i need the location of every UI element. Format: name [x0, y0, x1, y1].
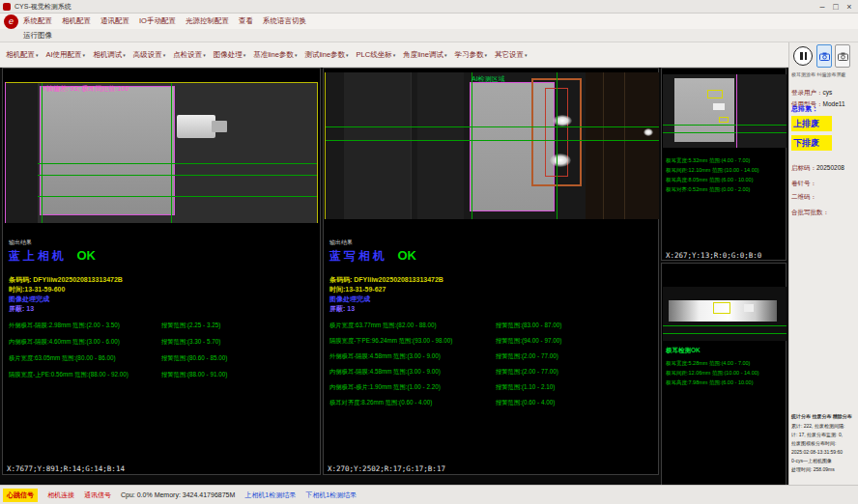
- measurement-line: 极耳宽度:5.32mm 范围:(4.00 - 7.00): [666, 157, 750, 164]
- crop-line: [325, 72, 326, 219]
- dropdown-arrow-icon: ▾: [346, 52, 349, 58]
- crop-line: [317, 82, 318, 223]
- result-title-row: 蓝写相机 OK: [329, 246, 416, 265]
- stats-tabs[interactable]: 统计分布 拉废分布 精除分布: [791, 413, 852, 419]
- dropdown-arrow-icon: ▾: [393, 52, 396, 58]
- toolbar-test-line[interactable]: 测试line参数▾: [304, 50, 348, 60]
- menu-bar: 系统配置 相机配置 通讯配置 IO手动配置 光源控制配置 查看 系统语言切换: [0, 14, 858, 29]
- stats-line: 计: 17, 拉废分布监测: 0,: [791, 432, 857, 437]
- measurement-row: 内侧极耳-隔膜:4.60mm 范围:(3.00 - 6.00)报警范围:(3.3…: [9, 338, 220, 347]
- toolbar-ai-config[interactable]: AI使用配置▾: [46, 50, 86, 60]
- crop-line: [736, 74, 737, 148]
- dropdown-arrow-icon: ▾: [83, 52, 86, 58]
- camera-connect-indicator: 相机连接: [47, 490, 74, 500]
- camera-view-top: Y轴偏差: 93; 极耳间距值:100 输出结果 蓝上相机 OK 条码码: DF…: [2, 68, 321, 475]
- menu-view[interactable]: 查看: [239, 14, 253, 29]
- light-reflection: [553, 115, 572, 126]
- toolbar-angle-line[interactable]: 角度line调试▾: [403, 50, 446, 60]
- top-camera-result-link[interactable]: 上相机1检测结果: [244, 490, 296, 500]
- dropdown-arrow-icon: ▾: [243, 52, 246, 58]
- camera-image-small-top: [663, 74, 786, 148]
- start-code-value: 20250208: [816, 164, 844, 171]
- measure-line: [38, 163, 318, 164]
- dropdown-arrow-icon: ▾: [295, 52, 298, 58]
- toolbar-plc-coords[interactable]: PLC线坐标▾: [357, 50, 396, 60]
- camera-icon: [819, 52, 830, 61]
- stats-line: 处理时间: 258.09ms: [791, 466, 857, 472]
- toolbar-camera-config[interactable]: 相机配置▾: [6, 50, 39, 60]
- toolbar-camera-debug[interactable]: 相机调试▾: [93, 50, 126, 60]
- dropdown-arrow-icon: ▾: [525, 52, 528, 58]
- camera-views-area: Y轴偏差: 93; 极耳间距值:100 输出结果 蓝上相机 OK 条码码: DF…: [0, 68, 788, 485]
- camera-image-bottom: AI检测区域: [325, 72, 659, 219]
- pixel-coords-readout: X:270;Y:2502;R:17;G:17;B:17: [328, 464, 445, 473]
- menu-language[interactable]: 系统语言切换: [263, 14, 306, 29]
- pause-button[interactable]: [793, 46, 813, 66]
- camera-name: 蓝写相机: [329, 249, 387, 263]
- panel-header: 极耳测涂布 纠偏涂布屏蔽: [791, 71, 857, 77]
- minimize-button[interactable]: –: [815, 0, 829, 14]
- heartbeat-indicator: 心跳信号: [3, 489, 38, 502]
- menu-light-config[interactable]: 光源控制配置: [186, 14, 229, 29]
- gripper-part: [177, 115, 215, 138]
- menu-comm-config[interactable]: 通讯配置: [100, 14, 129, 29]
- measurement-line: 极耳高度:8.05mm 范围:(6.00 - 10.00): [666, 177, 753, 183]
- toolbar-base-line[interactable]: 基准line参数▾: [253, 50, 297, 60]
- brand-logo: e: [4, 14, 18, 29]
- roi-box-yellow: [713, 302, 730, 314]
- maximize-button[interactable]: □: [829, 0, 843, 14]
- toolbar: 相机配置▾ AI使用配置▾ 相机调试▾ 高级设置▾ 点检设置▾ 图像处理▾ 基准…: [0, 42, 788, 68]
- model-value[interactable]: Mode11: [823, 100, 845, 107]
- overlay-text-y-offset: Y轴偏差: 93; 极耳间距值:100: [42, 84, 129, 94]
- process-done-text: 图像处理完成: [9, 294, 49, 304]
- toolbar-other-settings[interactable]: 其它设置▾: [495, 50, 528, 60]
- pause-icon: [805, 52, 808, 60]
- barcode-text: 条码码: DFYliiw2025020813313472B: [9, 275, 123, 285]
- reject-highlight-2: 下排废: [791, 135, 832, 151]
- toolbar-spotcheck[interactable]: 点检设置▾: [173, 50, 206, 60]
- mask-text: 屏蔽: 13: [329, 304, 355, 314]
- roi-box-yellow: [719, 117, 729, 123]
- bottom-camera-result-link[interactable]: 下相机1检测结果: [305, 490, 357, 500]
- process-done-text: 图像处理完成: [329, 294, 370, 304]
- stats-line: 2025:02:08-13:31:59:60: [791, 449, 857, 455]
- measure-line: [557, 72, 558, 219]
- toolbar-learn-params[interactable]: 学习参数▾: [454, 50, 487, 60]
- cpu-memory-readout: Cpu: 0.0% Memory: 3424.41796875M: [121, 491, 235, 498]
- light-reflection: [550, 154, 571, 167]
- status-bar: 心跳信号 相机连接 通讯信号 Cpu: 0.0% Memory: 3424.41…: [0, 485, 858, 504]
- tab-bar: 运行图像: [0, 29, 858, 42]
- menu-io-manual[interactable]: IO手动配置: [139, 14, 176, 29]
- tab-run-image[interactable]: 运行图像: [23, 29, 52, 42]
- toolbar-image-process[interactable]: 图像处理▾: [214, 50, 246, 60]
- measurement-row: 内侧极耳-隔膜:4.58mm 范围:(3.00 - 9.00)报警范围:(2.0…: [329, 368, 558, 377]
- toolbar-advanced[interactable]: 高级设置▾: [133, 50, 166, 60]
- result-title-row: 蓝上相机 OK: [9, 246, 96, 265]
- measure-line: [42, 82, 43, 223]
- app-window: CYS-视觉检测系统 – □ × e 系统配置 相机配置 通讯配置 IO手动配置…: [0, 0, 858, 504]
- measure-line: [663, 125, 786, 126]
- batch-row: 合批写批数：: [791, 201, 829, 218]
- dropdown-arrow-icon: ▾: [203, 52, 206, 58]
- camera-toggle-button-2[interactable]: [835, 44, 850, 68]
- barcode-text: 条码码: DFYliiw2025020813313472B: [329, 275, 443, 285]
- dropdown-arrow-icon: ▾: [484, 52, 487, 58]
- total-reject-label: 总排累：: [791, 104, 818, 114]
- measurement-row: 极片宽度:63.05mm 范围:(80.00 - 86.00)报警范围:(80.…: [9, 354, 227, 363]
- dropdown-arrow-icon: ▾: [163, 52, 166, 58]
- window-title: CYS-视觉检测系统: [14, 2, 72, 12]
- time-text: 时间:13-31-59-600: [9, 285, 65, 294]
- marker-box: [744, 304, 754, 312]
- close-button[interactable]: ×: [843, 0, 856, 14]
- camera-view-bottom: AI检测区域 输出结果 蓝写相机 OK 条码码: DFYliiw20250208…: [323, 68, 659, 475]
- menu-system-config[interactable]: 系统配置: [23, 14, 52, 29]
- measurement-row: 内侧极耳-极片:1.90mm 范围:(1.00 - 2.20)报警范围:(1.1…: [329, 383, 555, 392]
- camera-toggle-button-1[interactable]: [816, 44, 832, 68]
- camera-image-top: Y轴偏差: 93; 极耳间距值:100: [5, 82, 318, 223]
- time-text: 时间:13-31-59-627: [329, 285, 386, 294]
- result-status: OK: [76, 248, 96, 263]
- measurement-line: 极耳对齐:0.52mm 范围:(0.00 - 2.00): [666, 186, 750, 193]
- dropdown-arrow-icon: ▾: [444, 52, 447, 58]
- menu-camera-config[interactable]: 相机配置: [62, 14, 91, 29]
- measure-line: [38, 175, 318, 176]
